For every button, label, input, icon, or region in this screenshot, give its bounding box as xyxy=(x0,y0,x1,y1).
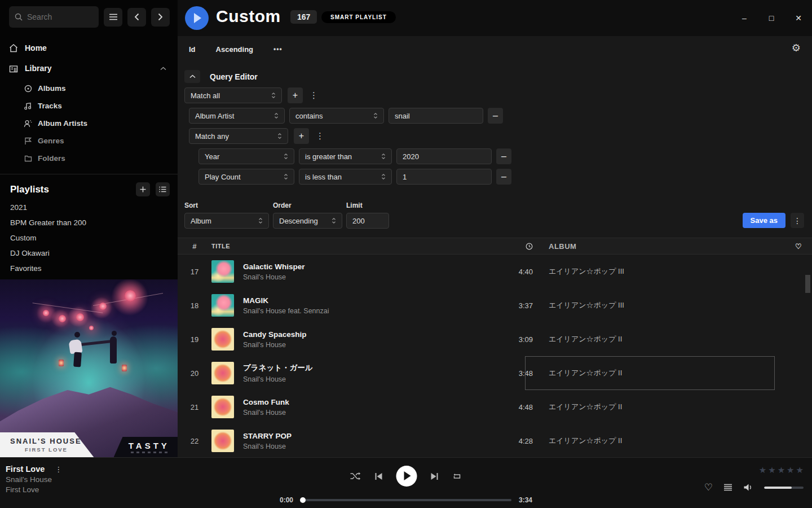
seek-handle[interactable] xyxy=(300,497,306,503)
playlist-item[interactable]: BPM Greater than 200 xyxy=(0,215,178,230)
collapse-chevron-icon[interactable] xyxy=(160,67,166,71)
repeat-button[interactable] xyxy=(452,472,462,480)
volume-icon[interactable] xyxy=(743,483,753,492)
track-album[interactable]: エイリアン☆ポップ III xyxy=(533,288,785,322)
track-album-focused-cell[interactable]: エイリアン☆ポップ II xyxy=(525,356,775,390)
star-icon[interactable]: ★ xyxy=(768,465,775,475)
star-icon[interactable]: ★ xyxy=(796,465,804,475)
save-as-button[interactable]: Save as xyxy=(743,213,785,228)
search-input[interactable] xyxy=(27,12,89,21)
menu-icon[interactable] xyxy=(104,8,122,27)
scrollbar-thumb[interactable] xyxy=(805,275,810,293)
playlist-item[interactable]: DJ Okawari xyxy=(0,246,178,261)
match-all-select[interactable]: Match all xyxy=(184,87,282,103)
remove-rule-button[interactable]: – xyxy=(496,148,511,164)
rule-field-select[interactable]: Year xyxy=(198,148,294,164)
track-artist[interactable]: Snail's House xyxy=(243,273,482,281)
track-number: 21 xyxy=(178,403,211,411)
rule-value-input[interactable]: 2020 xyxy=(396,148,492,164)
table-row[interactable]: 21 Cosmo FunkSnail's House 4:48 エイリアン☆ポッ… xyxy=(178,390,812,424)
track-artist[interactable]: Snail's House xyxy=(243,443,482,450)
star-icon[interactable]: ★ xyxy=(759,465,766,475)
sort-field-button[interactable]: Id xyxy=(189,45,196,54)
shuffle-button[interactable] xyxy=(350,472,361,480)
column-album[interactable]: ALBUM xyxy=(533,238,785,254)
table-row[interactable]: 18 MAGIKSnail's House feat. Sennzai 3:37… xyxy=(178,288,812,322)
forward-button[interactable] xyxy=(151,8,170,27)
sort-select[interactable]: Album xyxy=(184,213,269,229)
track-artist[interactable]: Snail's House xyxy=(243,341,482,349)
match-any-select[interactable]: Match any xyxy=(189,128,288,144)
duration-clock-icon[interactable] xyxy=(526,243,533,250)
table-row[interactable]: 19 Candy SpaceshipSnail's House 3:09 エイリ… xyxy=(178,322,812,356)
minimize-button[interactable]: – xyxy=(731,7,758,29)
close-button[interactable]: ✕ xyxy=(785,7,812,29)
sidebar-item-genres[interactable]: Genres xyxy=(0,132,178,150)
rule-options-icon[interactable]: ⋮ xyxy=(314,131,326,141)
sidebar-item-folders[interactable]: Folders xyxy=(0,150,178,167)
table-row[interactable]: 20 プラネット・ガールSnail's House 3:48 エイリアン☆ポップ… xyxy=(178,356,812,390)
maximize-button[interactable]: □ xyxy=(758,7,785,29)
more-options-icon[interactable]: ••• xyxy=(273,45,283,53)
table-row[interactable]: 17 Galactic WhisperSnail's House 4:40 エイ… xyxy=(178,255,812,288)
seek-bar-row: 0:00 3:34 xyxy=(280,496,532,504)
now-playing-title[interactable]: First Love xyxy=(6,465,45,474)
track-artist[interactable]: Snail's House xyxy=(243,375,482,383)
playlist-item[interactable]: Custom xyxy=(0,230,178,246)
track-artist[interactable]: Snail's House feat. Sennzai xyxy=(243,307,482,315)
now-playing-album[interactable]: First Love xyxy=(6,485,64,494)
playlist-list-button[interactable] xyxy=(156,182,170,196)
save-options-icon[interactable]: ⋮ xyxy=(791,213,804,228)
rule-operator-select[interactable]: contains xyxy=(289,108,384,124)
playlist-item[interactable]: 2021 xyxy=(0,200,178,215)
remove-rule-button[interactable]: – xyxy=(496,169,511,185)
star-icon[interactable]: ★ xyxy=(787,465,794,475)
rule-operator-select[interactable]: is less than xyxy=(299,169,392,185)
table-row[interactable]: 22 STARRY POPSnail's House 4:28 エイリアン☆ポッ… xyxy=(178,424,812,457)
sidebar-item-home[interactable]: Home xyxy=(0,38,178,58)
query-editor-collapse-button[interactable] xyxy=(184,70,200,83)
sort-order-button[interactable]: Ascending xyxy=(216,45,253,54)
next-button[interactable] xyxy=(431,472,439,480)
sidebar-item-library[interactable]: Library xyxy=(0,58,178,78)
rule-value-input[interactable]: snail xyxy=(389,108,483,124)
now-playing-artist[interactable]: Snail's House xyxy=(6,475,64,484)
playlist-item[interactable]: Favorites xyxy=(0,261,178,276)
sidebar-item-albums[interactable]: Albums xyxy=(0,80,178,97)
limit-input[interactable]: 200 xyxy=(346,213,389,229)
star-icon[interactable]: ★ xyxy=(778,465,785,475)
sidebar-item-tracks[interactable]: Tracks xyxy=(0,97,178,115)
query-editor: Query Editor Match all + ⋮ Album Artist … xyxy=(178,70,812,229)
track-artist[interactable]: Snail's House xyxy=(243,409,482,417)
add-rule-button[interactable]: + xyxy=(288,87,303,103)
remove-rule-button[interactable]: – xyxy=(488,108,503,124)
queue-icon[interactable] xyxy=(723,484,732,491)
track-album[interactable]: エイリアン☆ポップ III xyxy=(533,255,785,288)
favorite-heart-icon[interactable]: ♡ xyxy=(704,483,713,492)
now-playing-options-icon[interactable]: ⋮ xyxy=(52,465,64,474)
track-album[interactable]: エイリアン☆ポップ II xyxy=(533,322,785,356)
play-playlist-button[interactable] xyxy=(185,6,209,30)
rule-value-input[interactable]: 1 xyxy=(396,169,492,185)
sidebar-item-album-artists[interactable]: Album Artists xyxy=(0,115,178,132)
volume-slider[interactable] xyxy=(764,487,804,489)
now-playing-album-art[interactable]: SNAIL'S HOUSE FIRST LOVE TASTY xyxy=(0,279,178,457)
column-title[interactable]: TITLE xyxy=(211,243,482,249)
rule-options-icon[interactable]: ⋮ xyxy=(307,90,320,100)
column-index[interactable]: # xyxy=(178,242,211,251)
track-album[interactable]: エイリアン☆ポップ II xyxy=(533,424,785,457)
search-box[interactable] xyxy=(9,6,99,28)
rule-operator-select[interactable]: is greater than xyxy=(299,148,392,164)
seek-bar[interactable] xyxy=(301,499,511,501)
rule-field-select[interactable]: Play Count xyxy=(198,169,294,185)
order-select[interactable]: Descending xyxy=(273,213,342,229)
track-album[interactable]: エイリアン☆ポップ II xyxy=(533,390,785,424)
previous-button[interactable] xyxy=(375,472,383,480)
gear-icon[interactable]: ⚙ xyxy=(792,43,801,53)
rule-field-select[interactable]: Album Artist xyxy=(189,108,285,124)
back-button[interactable] xyxy=(127,8,146,27)
add-playlist-button[interactable] xyxy=(136,182,150,196)
play-button[interactable] xyxy=(396,466,417,487)
add-rule-button[interactable]: + xyxy=(294,128,309,144)
favorite-column-heart-icon[interactable]: ♡ xyxy=(785,242,812,251)
